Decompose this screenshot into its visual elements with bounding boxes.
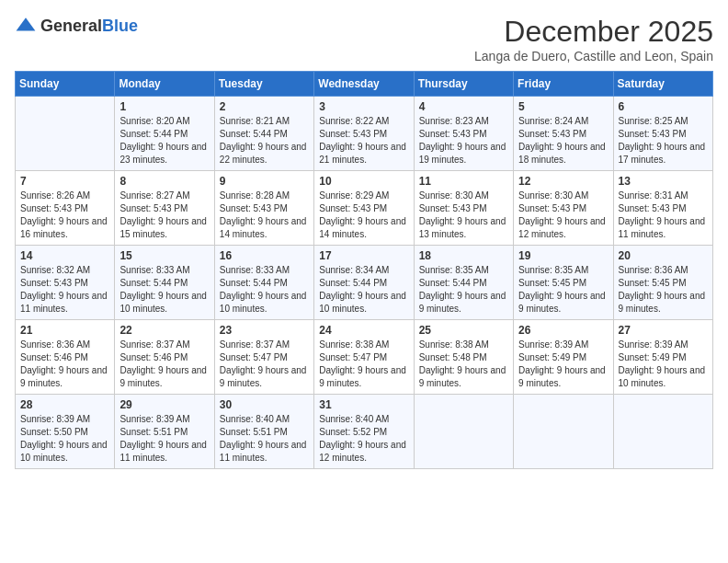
cell-sunrise: Sunrise: 8:37 AM [220,339,290,350]
cell-sunrise: Sunrise: 8:30 AM [419,190,489,201]
cell-day: 22Sunrise: 8:37 AMSunset: 5:46 PMDayligh… [115,320,214,395]
cell-day: 16Sunrise: 8:33 AMSunset: 5:44 PMDayligh… [214,246,313,320]
cell-day: 23Sunrise: 8:37 AMSunset: 5:47 PMDayligh… [214,320,313,395]
cell-day: 29Sunrise: 8:39 AMSunset: 5:51 PMDayligh… [115,395,214,469]
cell-day: 2Sunrise: 8:21 AMSunset: 5:44 PMDaylight… [214,97,313,171]
cell-day: 14Sunrise: 8:32 AMSunset: 5:43 PMDayligh… [16,246,115,320]
cell-sunrise: Sunrise: 8:33 AM [220,265,290,275]
cell-sunset: Sunset: 5:49 PM [518,352,586,362]
cell-daylight: Daylight: 9 hours and 12 minutes. [319,440,406,463]
header: GeneralBlue December 2025 Langa de Duero… [15,15,713,63]
week-row-5: 28Sunrise: 8:39 AMSunset: 5:50 PMDayligh… [16,395,713,469]
cell-sunset: Sunset: 5:47 PM [319,352,387,362]
cell-sunrise: Sunrise: 8:32 AM [20,265,90,275]
cell-sunrise: Sunrise: 8:30 AM [518,190,588,201]
day-number: 31 [319,398,408,411]
cell-daylight: Daylight: 9 hours and 11 minutes. [20,291,108,314]
day-number: 5 [518,100,608,113]
cell-sunset: Sunset: 5:44 PM [220,129,288,139]
header-row: Sunday Monday Tuesday Wednesday Thursday… [16,72,713,97]
cell-day: 19Sunrise: 8:35 AMSunset: 5:45 PMDayligh… [514,246,613,320]
cell-daylight: Daylight: 9 hours and 9 minutes. [619,291,706,314]
cell-day: 18Sunrise: 8:35 AMSunset: 5:44 PMDayligh… [414,246,513,320]
week-row-4: 21Sunrise: 8:36 AMSunset: 5:46 PMDayligh… [16,320,713,395]
cell-sunrise: Sunrise: 8:35 AM [518,265,588,275]
cell-sunset: Sunset: 5:44 PM [119,278,188,288]
cell-daylight: Daylight: 9 hours and 22 minutes. [220,142,307,165]
cell-sunset: Sunset: 5:43 PM [319,203,387,213]
cell-day: 8Sunrise: 8:27 AMSunset: 5:43 PMDaylight… [115,171,214,246]
cell-day: 9Sunrise: 8:28 AMSunset: 5:43 PMDaylight… [214,171,313,246]
svg-marker-0 [17,17,36,30]
cell-daylight: Daylight: 9 hours and 18 minutes. [518,142,606,165]
cell-sunset: Sunset: 5:45 PM [619,278,687,288]
title-area: December 2025 Langa de Duero, Castille a… [474,15,713,63]
day-number: 17 [319,249,408,262]
day-number: 30 [220,398,309,411]
cell-day: 13Sunrise: 8:31 AMSunset: 5:43 PMDayligh… [613,171,712,246]
day-number: 11 [419,175,508,188]
col-monday: Monday [115,72,214,97]
cell-sunrise: Sunrise: 8:39 AM [619,339,688,350]
day-number: 7 [20,175,109,188]
day-number: 4 [419,100,508,113]
cell-day: 31Sunrise: 8:40 AMSunset: 5:52 PMDayligh… [314,395,414,469]
cell-sunrise: Sunrise: 8:36 AM [20,339,90,350]
day-number: 1 [119,100,209,113]
cell-sunrise: Sunrise: 8:24 AM [518,116,588,126]
cell-day: 12Sunrise: 8:30 AMSunset: 5:43 PMDayligh… [514,171,613,246]
cell-daylight: Daylight: 9 hours and 11 minutes. [220,440,307,463]
cell-sunrise: Sunrise: 8:40 AM [319,414,389,424]
week-row-3: 14Sunrise: 8:32 AMSunset: 5:43 PMDayligh… [16,246,713,320]
cell-sunrise: Sunrise: 8:37 AM [119,339,189,350]
cell-day [414,395,513,469]
day-number: 23 [220,324,309,337]
cell-sunrise: Sunrise: 8:26 AM [20,190,90,201]
day-number: 26 [518,324,608,337]
cell-sunrise: Sunrise: 8:33 AM [119,265,189,275]
day-number: 22 [119,324,209,337]
cell-daylight: Daylight: 9 hours and 23 minutes. [119,142,207,165]
cell-sunset: Sunset: 5:44 PM [319,278,387,288]
cell-sunrise: Sunrise: 8:38 AM [319,339,389,350]
cell-day [613,395,712,469]
cell-daylight: Daylight: 9 hours and 9 minutes. [319,365,406,388]
week-row-1: 1Sunrise: 8:20 AMSunset: 5:44 PMDaylight… [16,97,713,171]
location-title: Langa de Duero, Castille and Leon, Spain [474,49,713,63]
cell-sunset: Sunset: 5:43 PM [119,203,188,213]
cell-sunrise: Sunrise: 8:40 AM [220,414,290,424]
cell-sunset: Sunset: 5:52 PM [319,427,387,437]
cell-sunrise: Sunrise: 8:34 AM [319,265,389,275]
cell-day: 7Sunrise: 8:26 AMSunset: 5:43 PMDaylight… [16,171,115,246]
cell-daylight: Daylight: 9 hours and 21 minutes. [319,142,406,165]
cell-day: 11Sunrise: 8:30 AMSunset: 5:43 PMDayligh… [414,171,513,246]
cell-daylight: Daylight: 9 hours and 17 minutes. [619,142,706,165]
cell-sunrise: Sunrise: 8:38 AM [419,339,489,350]
cell-day: 20Sunrise: 8:36 AMSunset: 5:45 PMDayligh… [613,246,712,320]
cell-day: 25Sunrise: 8:38 AMSunset: 5:48 PMDayligh… [414,320,513,395]
day-number: 24 [319,324,408,337]
cell-daylight: Daylight: 9 hours and 9 minutes. [419,365,506,388]
day-number: 20 [619,249,708,262]
cell-sunrise: Sunrise: 8:20 AM [119,116,189,126]
cell-daylight: Daylight: 9 hours and 9 minutes. [419,291,506,314]
day-number: 15 [119,249,209,262]
cell-sunset: Sunset: 5:43 PM [518,203,586,213]
cell-daylight: Daylight: 9 hours and 9 minutes. [119,365,207,388]
cell-sunrise: Sunrise: 8:29 AM [319,190,389,201]
cell-sunrise: Sunrise: 8:21 AM [220,116,290,126]
cell-daylight: Daylight: 9 hours and 11 minutes. [119,440,207,463]
cell-daylight: Daylight: 9 hours and 9 minutes. [220,365,307,388]
day-number: 3 [319,100,408,113]
day-number: 27 [619,324,708,337]
day-number: 25 [419,324,508,337]
cell-sunset: Sunset: 5:51 PM [220,427,288,437]
cell-day: 21Sunrise: 8:36 AMSunset: 5:46 PMDayligh… [16,320,115,395]
calendar-table: Sunday Monday Tuesday Wednesday Thursday… [15,71,713,469]
cell-day: 15Sunrise: 8:33 AMSunset: 5:44 PMDayligh… [115,246,214,320]
day-number: 12 [518,175,608,188]
cell-sunset: Sunset: 5:46 PM [20,352,88,362]
cell-day: 1Sunrise: 8:20 AMSunset: 5:44 PMDaylight… [115,97,214,171]
cell-sunrise: Sunrise: 8:36 AM [619,265,688,275]
cell-sunrise: Sunrise: 8:27 AM [119,190,189,201]
